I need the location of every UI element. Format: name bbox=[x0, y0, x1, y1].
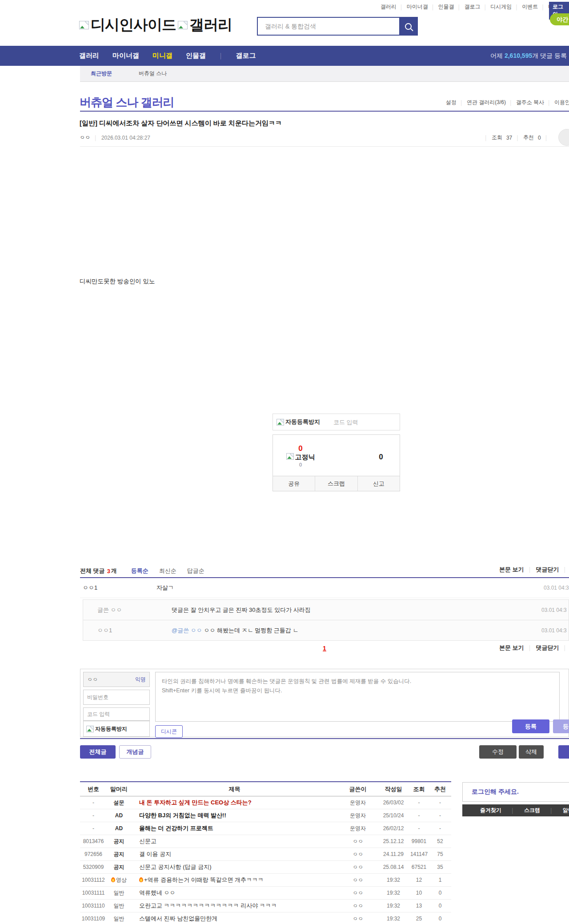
gallery-tool-2[interactable]: 갤주소 복사 bbox=[516, 99, 544, 106]
post-title-link[interactable]: 갤 이용 공지 bbox=[131, 850, 338, 858]
post-author[interactable]: ㅇㅇ bbox=[338, 876, 378, 884]
delete-button[interactable]: 삭제 bbox=[519, 745, 544, 759]
post-head-tag[interactable]: 설문 bbox=[107, 799, 131, 807]
nickname-field[interactable]: ㅇㅇ 익명 bbox=[83, 672, 150, 687]
dccon-button[interactable]: 디시콘 bbox=[155, 725, 183, 738]
board-row: 10031111일반역류했네 ㅇㅇㅇㅇ19:32100 bbox=[80, 887, 451, 900]
vote-code-input[interactable] bbox=[333, 418, 383, 426]
nav-item-4[interactable]: 갤로그 bbox=[236, 52, 256, 60]
post-head-tag[interactable]: 공지 bbox=[107, 864, 131, 871]
post-author[interactable]: ㅇㅇ bbox=[338, 851, 378, 858]
post-title-link[interactable]: 다양한 BJ의 거침없는 매력 발산!! bbox=[131, 812, 338, 820]
comment-author[interactable]: ㅇㅇ1 bbox=[97, 627, 112, 635]
post-views: 10 bbox=[409, 890, 429, 896]
post-likes: - bbox=[429, 799, 451, 806]
best-posts-button[interactable]: 개념글 bbox=[119, 745, 151, 759]
title-divider bbox=[80, 111, 569, 112]
post-head-tag[interactable]: 공지 bbox=[107, 838, 131, 845]
fixed-nick-alt: 고정닉 bbox=[295, 453, 315, 461]
comment-author[interactable]: ㅇㅇ1 bbox=[83, 584, 97, 592]
top-link-2[interactable]: 인물갤 bbox=[438, 3, 454, 11]
sidebar-tab-2[interactable]: 알림 bbox=[563, 807, 569, 814]
close-comments-button[interactable]: 댓글닫기 bbox=[536, 566, 559, 574]
sort-tab-0[interactable]: 등록순 bbox=[131, 567, 148, 575]
nav-item-2[interactable]: 미니갤 bbox=[152, 52, 172, 60]
comment-date: 03.01 04:3 bbox=[541, 607, 567, 613]
comment-author[interactable]: 글쓴 ㅇㅇ bbox=[97, 606, 122, 614]
divider: │ bbox=[458, 4, 461, 10]
sort-tab-1[interactable]: 최신순 bbox=[159, 567, 176, 575]
captcha-alt-text: 자동등록방지 bbox=[285, 418, 320, 426]
board-header-4: 작성일 bbox=[378, 785, 409, 793]
recent-visit-link[interactable]: 최근방문 bbox=[91, 70, 112, 77]
share-button[interactable]: 공유 bbox=[273, 476, 315, 491]
divider: │ bbox=[219, 53, 223, 59]
comment-textarea[interactable]: 타인의 권리를 침해하거나 명예를 훼손하는 댓글은 운영원칙 및 관련 법률에… bbox=[155, 672, 560, 722]
gallery-tool-3[interactable]: 이용안내 bbox=[554, 99, 569, 106]
downvote-area[interactable]: 0 bbox=[372, 453, 390, 462]
search-input[interactable] bbox=[258, 18, 399, 35]
post-head-tag[interactable]: AD bbox=[107, 812, 131, 819]
comment-submit-button[interactable]: 등록 bbox=[512, 719, 549, 733]
site-logo[interactable]: 디시인사이드 갤러리 bbox=[79, 15, 234, 35]
post-title-link[interactable]: +역류 증용하는거 이때랑 똑같으면 개추ㅋㅋㅋ bbox=[131, 876, 338, 884]
post-title-link[interactable]: 올해는 더 건강하기 프로젝트 bbox=[131, 824, 338, 832]
gallery-title[interactable]: 버츄얼 스나 갤러리 bbox=[80, 95, 174, 110]
password-field[interactable] bbox=[83, 690, 150, 705]
close-comments-button[interactable]: 댓글닫기 bbox=[536, 644, 559, 652]
gallery-tool-1[interactable]: 연관 갤러리(3/6) bbox=[467, 99, 506, 106]
code-field[interactable] bbox=[83, 707, 150, 721]
partial-button[interactable] bbox=[558, 745, 569, 759]
post-author[interactable]: 운영자 bbox=[338, 812, 378, 820]
post-head-tag[interactable]: 일반 bbox=[107, 902, 131, 910]
post-title-link[interactable]: 내 돈 투자하고 싶게 만드는 CEO상 스타는? bbox=[131, 799, 338, 807]
top-link-4[interactable]: 디시게임 bbox=[490, 3, 512, 11]
sort-tab-2[interactable]: 답글순 bbox=[187, 567, 204, 575]
breadcrumb-current-gallery[interactable]: 버츄얼 스나 bbox=[139, 70, 167, 77]
all-posts-button[interactable]: 전체글 bbox=[80, 745, 116, 759]
post-title-link[interactable]: 역류했네 ㅇㅇ bbox=[131, 889, 338, 897]
post-head-tag[interactable]: 공지 bbox=[107, 851, 131, 858]
post-author[interactable]: ㅇㅇ bbox=[338, 864, 378, 871]
comment-mention[interactable]: @글쓴 ㅇㅇ bbox=[172, 627, 202, 634]
search-button[interactable] bbox=[399, 18, 417, 35]
post-options-button[interactable] bbox=[558, 129, 569, 146]
view-post-button[interactable]: 본문 보기 bbox=[499, 566, 524, 574]
post-head-tag[interactable]: 일반 bbox=[107, 915, 131, 923]
nav-item-3[interactable]: 인물갤 bbox=[186, 52, 206, 60]
comments-count-suffix: 개 bbox=[111, 567, 117, 575]
top-link-0[interactable]: 갤러리 bbox=[381, 3, 397, 11]
post-author[interactable]: ㅇㅇ bbox=[338, 915, 378, 923]
top-link-1[interactable]: 마이너갤 bbox=[407, 3, 428, 11]
scrap-button[interactable]: 스크랩 bbox=[315, 476, 357, 491]
post-title-link[interactable]: 신문고 공지사항 (답글 금지) bbox=[131, 863, 338, 871]
post-title-link[interactable]: 스텔에서 진짜 남친없을만한게 bbox=[131, 915, 338, 923]
post-author[interactable]: ㅇㅇ bbox=[338, 902, 378, 910]
post-author[interactable]: ㅇㅇ bbox=[80, 134, 90, 141]
comment-submit-secondary-button[interactable]: 등록 bbox=[553, 719, 569, 733]
nav-item-1[interactable]: 마이너갤 bbox=[112, 52, 139, 60]
upvote-area[interactable]: 0 고정닉 0 bbox=[280, 445, 321, 468]
night-mode-button[interactable]: 야간 모드 bbox=[550, 13, 569, 25]
post-head-tag[interactable]: 영상 bbox=[107, 876, 131, 884]
edit-button[interactable]: 수정 bbox=[479, 745, 517, 759]
post-author[interactable]: 운영자 bbox=[338, 825, 378, 832]
nav-item-0[interactable]: 갤러리 bbox=[79, 52, 99, 60]
post-title-link[interactable]: 오란고교 ㅋㅋㅋㅋㅋㅋㅋㅋㅋㅋㅋㅋㅋ 리사야 ㅋㅋㅋ bbox=[131, 902, 338, 910]
post-views: - bbox=[409, 812, 429, 819]
post-head-tag[interactable]: AD bbox=[107, 825, 131, 832]
sidebar-tab-1[interactable]: 스크랩 bbox=[524, 807, 540, 814]
post-author[interactable]: 운영자 bbox=[338, 799, 378, 807]
view-post-button[interactable]: 본문 보기 bbox=[499, 644, 524, 652]
report-button[interactable]: 신고 bbox=[357, 476, 400, 491]
board-header-row: 번호말머리제목글쓴이작성일조회추천 bbox=[80, 782, 451, 796]
post-head-tag[interactable]: 일반 bbox=[107, 889, 131, 897]
page-number[interactable]: 1 bbox=[323, 645, 326, 652]
top-link-3[interactable]: 갤로그 bbox=[464, 3, 480, 11]
top-link-5[interactable]: 이벤트 bbox=[522, 3, 538, 11]
sidebar-tab-0[interactable]: 즐겨찾기 bbox=[480, 807, 501, 814]
post-author[interactable]: ㅇㅇ bbox=[338, 838, 378, 845]
post-title-link[interactable]: 신문고 bbox=[131, 837, 338, 845]
post-author[interactable]: ㅇㅇ bbox=[338, 889, 378, 897]
gallery-tool-0[interactable]: 설정 bbox=[446, 99, 457, 106]
